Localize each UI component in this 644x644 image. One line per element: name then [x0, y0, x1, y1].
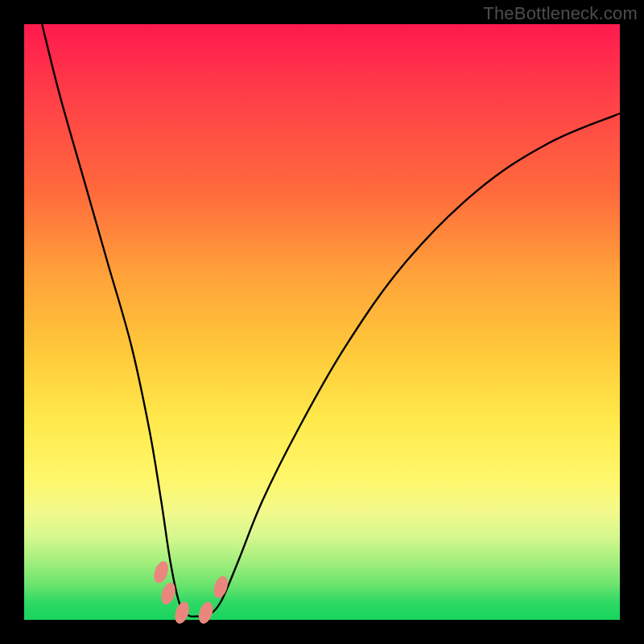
bottleneck-curve: [42, 24, 620, 617]
watermark-text: TheBottleneck.com: [483, 3, 638, 24]
chart-frame: TheBottleneck.com: [0, 0, 644, 644]
marker-left-knee-upper: [151, 559, 171, 585]
curve-layer: [24, 24, 620, 620]
marker-valley-left: [172, 600, 192, 625]
plot-area: [24, 24, 620, 620]
